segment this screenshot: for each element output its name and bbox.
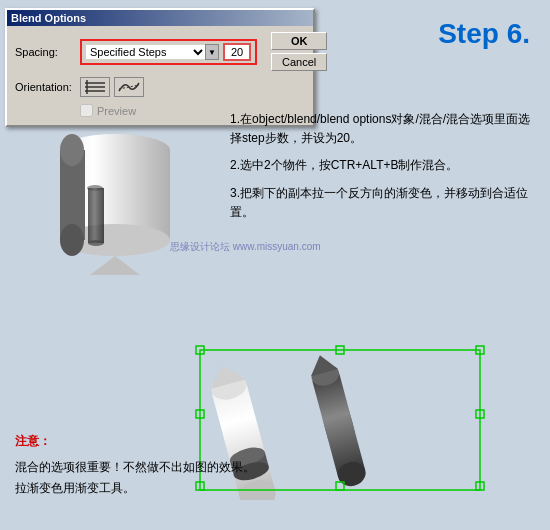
notes-line1: 混合的选项很重要！不然做不出如图的效果。 [15,457,255,479]
instruction-2-text: 2.选中2个物件，按CTR+ALT+B制作混合。 [230,158,458,172]
spacing-row: Specified Steps Specified Distance Smoot… [80,39,257,65]
orientation-label: Orientation: [15,81,75,93]
orientation-row: Orientation: [15,77,305,97]
preview-label: Preview [97,105,136,117]
dropdown-arrow-icon[interactable]: ▼ [205,44,219,60]
preview-checkbox[interactable] [80,104,93,117]
pen-illustration-top [10,120,210,280]
instruction-3-text: 3.把剩下的副本拉一个反方向的渐变色，并移动到合适位置。 [230,186,528,219]
orient-align-page-button[interactable] [80,77,110,97]
step-value-input[interactable]: 20 [223,43,251,61]
instruction-2: 2.选中2个物件，按CTR+ALT+B制作混合。 [230,156,540,175]
align-path-icon [117,79,141,95]
ok-button[interactable]: OK [271,32,327,50]
notes-title: 注意： [15,431,255,453]
instruction-1: 1.在object/blend/blend options对象/混合/混合选项里… [230,110,540,148]
notes-line2: 拉渐变色用渐变工具。 [15,478,255,500]
step-label: Step 6. [438,18,530,50]
dialog-titlebar: Blend Options [7,10,313,26]
svg-point-10 [60,224,84,256]
spacing-label: Spacing: [15,46,75,58]
cancel-button[interactable]: Cancel [271,53,327,71]
svg-rect-22 [312,374,365,478]
align-page-icon [83,79,107,95]
instruction-3: 3.把剩下的副本拉一个反方向的渐变色，并移动到合适位置。 [230,184,540,222]
spacing-select[interactable]: Specified Steps Specified Distance Smoot… [86,45,206,59]
orientation-buttons [80,77,144,97]
notes-panel: 注意： 混合的选项很重要！不然做不出如图的效果。 拉渐变色用渐变工具。 [15,431,255,500]
watermark: 思缘设计论坛 www.missyuan.com [170,240,321,254]
svg-point-13 [88,240,104,246]
svg-rect-12 [88,188,104,243]
instruction-1-text: 1.在object/blend/blend options对象/混合/混合选项里… [230,112,530,145]
dialog-title: Blend Options [11,12,86,24]
svg-point-9 [60,134,84,166]
orient-align-path-button[interactable] [114,77,144,97]
instructions-panel: 1.在object/blend/blend options对象/混合/混合选项里… [230,110,540,230]
pen-top-svg [10,120,220,290]
